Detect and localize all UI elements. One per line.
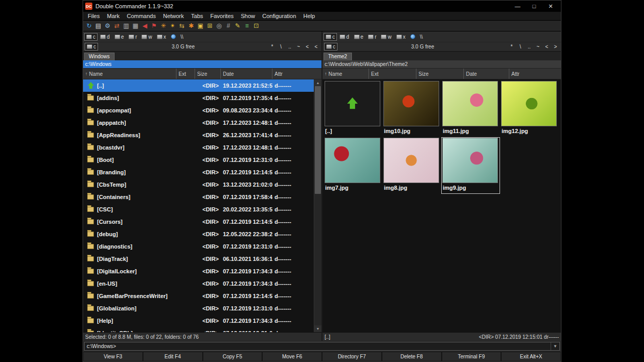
right-column-ext[interactable]: Ext [369, 69, 416, 79]
move-f6-button[interactable]: Move F6 [263, 352, 321, 361]
close-button[interactable]: ✕ [542, 1, 559, 11]
right-column-attr[interactable]: Attr [509, 69, 561, 79]
right-drive-d[interactable]: d [337, 33, 351, 41]
edit-icon[interactable]: ✎ [233, 22, 242, 30]
file-row[interactable]: [GameBarPresenceWriter]<DIR>07.12.2019 1… [83, 290, 314, 302]
right-nav-button-4[interactable]: < [543, 44, 551, 50]
unselect-group-icon[interactable]: ✴ [168, 22, 177, 30]
file-row[interactable]: [diagnostics]<DIR>07.12.2019 12:31:03d--… [83, 240, 314, 253]
right-drive-w[interactable]: w [379, 33, 393, 41]
file-row[interactable]: [Branding]<DIR>07.12.2019 12:14:52d-----… [83, 166, 314, 178]
scroll-track[interactable] [314, 86, 321, 325]
right-drive-c[interactable]: c [324, 33, 337, 41]
left-column-date[interactable]: Date [221, 69, 272, 79]
left-unc-button[interactable]: \\ [179, 33, 188, 41]
menu-network[interactable]: Network [159, 13, 187, 19]
file-row[interactable]: [IdentityCRL]<DIR>07.12.2019 12:31:03d--… [83, 327, 314, 332]
right-drive-x[interactable]: x [394, 33, 408, 41]
right-drive-e[interactable]: e [352, 33, 366, 41]
menu-show[interactable]: Show [237, 13, 259, 19]
file-row[interactable]: [DigitalLocker]<DIR>07.12.2019 17:34:32d… [83, 265, 314, 277]
right-drive-r[interactable]: r [366, 33, 378, 41]
left-network-button[interactable] [169, 33, 178, 41]
left-drive-w[interactable]: w [139, 33, 154, 41]
scroll-thumb[interactable] [315, 86, 321, 194]
left-column-size[interactable]: Size [195, 69, 221, 79]
left-nav-button-0[interactable]: * [268, 44, 276, 50]
refresh-icon[interactable]: ↻ [85, 22, 93, 30]
right-nav-button-2[interactable]: .. [525, 44, 533, 50]
left-drive-x[interactable]: x [155, 33, 168, 41]
menu-commands[interactable]: Commands [123, 13, 159, 19]
terminal-f9-button[interactable]: Terminal F9 [442, 352, 501, 361]
left-nav-button-4[interactable]: < [303, 44, 311, 50]
left-drive-d[interactable]: d [98, 33, 112, 41]
delete-f8-button[interactable]: Delete F8 [382, 352, 441, 361]
command-line-input[interactable]: c:\Windows> ▼ [84, 342, 560, 351]
left-column-name[interactable]: ↑Name [83, 69, 176, 79]
edit-f4-button[interactable]: Edit F4 [143, 352, 202, 361]
menu-files[interactable]: Files [84, 13, 103, 19]
right-path-bar[interactable]: c:\Windows\Web\Wallpaper\Theme2 [323, 60, 561, 68]
file-row[interactable]: [apppatch]<DIR>17.12.2023 12:48:17d-----… [83, 117, 314, 129]
right-nav-button-0[interactable]: * [508, 44, 516, 50]
thumb-item[interactable]: img11.jpg [441, 80, 500, 137]
minimize-button[interactable]: — [509, 1, 526, 11]
menu-tabs[interactable]: Tabs [187, 13, 206, 19]
file-row[interactable]: [addins]<DIR>07.12.2019 17:35:43d------- [83, 92, 314, 104]
right-unc-button[interactable]: \\ [418, 33, 427, 41]
archive-icon[interactable]: ⊡ [252, 22, 261, 30]
left-drive-e[interactable]: e [112, 33, 126, 41]
show-vertical-panels-icon[interactable]: ▥ [122, 22, 131, 30]
left-nav-button-2[interactable]: .. [286, 44, 294, 50]
compare-icon[interactable]: ≡ [243, 22, 251, 30]
copy-f5-button[interactable]: Copy F5 [203, 352, 262, 361]
exit-altx-button[interactable]: Exit Alt+X [502, 352, 560, 361]
left-nav-button-1[interactable]: \ [277, 44, 285, 50]
left-path-bar[interactable]: c:\Windows [83, 60, 321, 68]
right-nav-button-5[interactable]: > [552, 44, 559, 50]
thumb-item[interactable]: img7.jpg [324, 137, 382, 194]
go-back-icon[interactable]: ◀ [140, 22, 149, 30]
right-column-size[interactable]: Size [416, 69, 464, 79]
thumb-item[interactable]: img12.jpg [500, 80, 559, 137]
file-row[interactable]: [..]<DIR>19.12.2023 21:52:53d------- [83, 79, 314, 92]
right-nav-button-3[interactable]: ~ [534, 44, 542, 50]
file-row[interactable]: [Cursors]<DIR>07.12.2019 12:14:54d------… [83, 216, 314, 228]
menu-configuration[interactable]: Configuration [259, 13, 299, 19]
select-group-icon[interactable]: ✳ [159, 22, 168, 30]
file-row[interactable]: [appcompat]<DIR>09.08.2023 23:34:49d----… [83, 104, 314, 117]
file-row[interactable]: [bcastdvr]<DIR>17.12.2023 12:48:17d-----… [83, 141, 314, 154]
maximize-button[interactable]: □ [526, 1, 542, 11]
left-tab-windows[interactable]: Windows [84, 53, 115, 60]
scroll-up-icon[interactable]: ▲ [314, 79, 321, 86]
directory-f7-button[interactable]: Directory F7 [323, 352, 381, 361]
file-row[interactable]: [Containers]<DIR>07.12.2019 17:58:40d---… [83, 191, 314, 203]
file-row[interactable]: [CSC]<DIR>20.02.2022 13:35:56d------- [83, 203, 314, 216]
multi-rename-icon[interactable]: ✱ [187, 22, 196, 30]
pack-icon[interactable]: ⊞ [205, 22, 214, 30]
menu-help[interactable]: Help [300, 13, 319, 19]
thumb-item[interactable]: img9.jpg [441, 137, 500, 194]
file-row[interactable]: [en-US]<DIR>07.12.2019 17:34:32d------- [83, 277, 314, 290]
left-current-drive-button[interactable]: c [85, 43, 98, 51]
left-column-attr[interactable]: Attr [272, 69, 321, 79]
sync-dirs-icon[interactable]: ⇆ [178, 22, 186, 30]
file-row[interactable]: [Boot]<DIR>07.12.2019 12:31:03d------- [83, 154, 314, 166]
thumb-item[interactable]: img10.jpg [382, 80, 441, 137]
right-nav-button-1[interactable]: \ [517, 44, 524, 50]
menu-favorites[interactable]: Favorites [207, 13, 237, 19]
file-row[interactable]: [CbsTemp]<DIR>13.12.2023 21:02:03d------… [83, 178, 314, 191]
right-tab-theme2[interactable]: Theme2 [324, 53, 352, 60]
right-network-button[interactable] [408, 33, 417, 41]
swap-panels-icon[interactable]: ⇄ [112, 22, 121, 30]
right-column-date[interactable]: Date [464, 69, 509, 79]
options-icon[interactable]: ⚙ [103, 22, 112, 30]
menu-mark[interactable]: Mark [103, 13, 123, 19]
view-f3-button[interactable]: View F3 [84, 352, 142, 361]
thumb-item[interactable]: img8.jpg [382, 137, 441, 194]
file-row[interactable]: [DiagTrack]<DIR>06.10.2021 16:36:17d----… [83, 253, 314, 265]
left-nav-button-5[interactable]: < [312, 44, 320, 50]
left-nav-button-3[interactable]: ~ [295, 44, 302, 50]
file-row[interactable]: [Globalization]<DIR>07.12.2019 12:31:03d… [83, 302, 314, 315]
